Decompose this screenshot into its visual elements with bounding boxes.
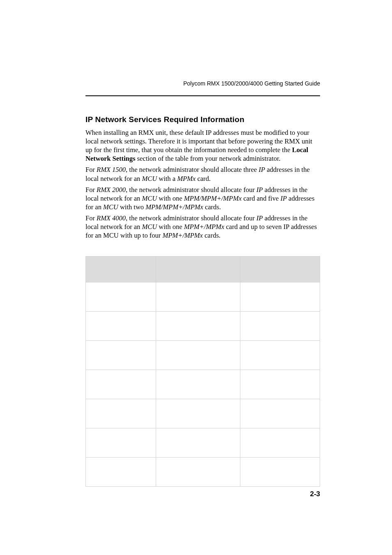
table-cell	[156, 341, 240, 370]
body-text: When installing an RMX unit, these defau…	[85, 128, 320, 240]
p3-g: with one	[157, 194, 184, 202]
p4-b: RMX 4000	[97, 214, 126, 222]
table-cell	[86, 458, 156, 487]
p1-text-a: When installing an RMX unit, these defau…	[85, 129, 312, 154]
p3-f: MCU	[142, 194, 157, 202]
p2-d: IP	[259, 166, 265, 173]
p4-g: with one	[157, 223, 184, 231]
table-row	[86, 428, 320, 458]
paragraph-2: For RMX 1500, the network administrator …	[85, 165, 320, 183]
table-row	[86, 370, 320, 399]
table-header-cell	[240, 257, 320, 282]
table-row	[86, 282, 320, 312]
running-header: Polycom RMX 1500/2000/4000 Getting Start…	[183, 80, 320, 87]
p2-b: RMX 1500	[97, 166, 126, 173]
table-header-cell	[86, 257, 156, 282]
table-cell	[240, 428, 320, 458]
table-cell	[156, 370, 240, 399]
table-cell	[156, 428, 240, 458]
section-heading: IP Network Services Required Information	[85, 115, 320, 124]
table-row	[86, 341, 320, 370]
table-row	[86, 458, 320, 487]
p3-c: , the network administrator should alloc…	[126, 186, 256, 194]
table-cell	[86, 341, 156, 370]
p2-f: MCU	[142, 175, 157, 183]
table-cell	[86, 428, 156, 458]
p3-m: with two	[118, 203, 145, 211]
table-cell	[240, 370, 320, 399]
content-block: IP Network Services Required Information…	[85, 115, 320, 487]
page: Polycom RMX 1500/2000/4000 Getting Start…	[0, 0, 392, 555]
p4-h: MPM+/MPMx	[184, 223, 224, 231]
p2-a: For	[85, 166, 97, 173]
page-number: 2-3	[310, 490, 320, 498]
table-cell	[156, 282, 240, 312]
table-header-row	[86, 257, 320, 282]
p3-i: card and five	[242, 194, 280, 202]
table-cell	[240, 341, 320, 370]
table-cell	[240, 312, 320, 341]
p4-c: , the network administrator should alloc…	[126, 214, 256, 222]
table-cell	[156, 399, 240, 428]
p3-h: MPM/MPM+/MPMx	[184, 194, 242, 202]
p4-j: MPM+/MPMx	[162, 231, 203, 239]
table-cell	[156, 458, 240, 487]
p4-f: MCU	[142, 223, 157, 231]
p4-a: For	[85, 214, 97, 222]
table-cell	[86, 312, 156, 341]
p3-b: RMX 2000	[97, 186, 126, 194]
p4-k: cards.	[203, 231, 221, 239]
p3-n: MPM/MPM+/MPMx	[145, 203, 203, 211]
local-network-settings-table-wrap	[85, 256, 320, 487]
table-cell	[240, 282, 320, 312]
table-cell	[86, 370, 156, 399]
table-cell	[240, 458, 320, 487]
p2-c: , the network administrator should alloc…	[126, 166, 258, 173]
p3-a: For	[85, 186, 97, 194]
table-cell	[86, 399, 156, 428]
paragraph-4: For RMX 4000, the network administrator …	[85, 214, 320, 240]
p3-o: cards.	[203, 203, 221, 211]
paragraph-3: For RMX 2000, the network administrator …	[85, 185, 320, 211]
table-cell	[156, 312, 240, 341]
local-network-settings-table	[85, 256, 320, 487]
p1-text-c: section of the table from your network a…	[135, 155, 280, 162]
table-row	[86, 312, 320, 341]
p2-i: card.	[196, 175, 211, 183]
p4-d: IP	[256, 214, 263, 222]
table-header-cell	[156, 257, 240, 282]
p3-d: IP	[256, 186, 263, 194]
p2-h: MPMx	[177, 175, 196, 183]
table-cell	[86, 282, 156, 312]
paragraph-1: When installing an RMX unit, these defau…	[85, 128, 320, 163]
table-cell	[240, 399, 320, 428]
p3-l: MCU	[103, 203, 118, 211]
p3-j: IP	[280, 194, 287, 202]
header-rule	[85, 95, 320, 96]
p2-g: with a	[157, 175, 177, 183]
table-row	[86, 399, 320, 428]
